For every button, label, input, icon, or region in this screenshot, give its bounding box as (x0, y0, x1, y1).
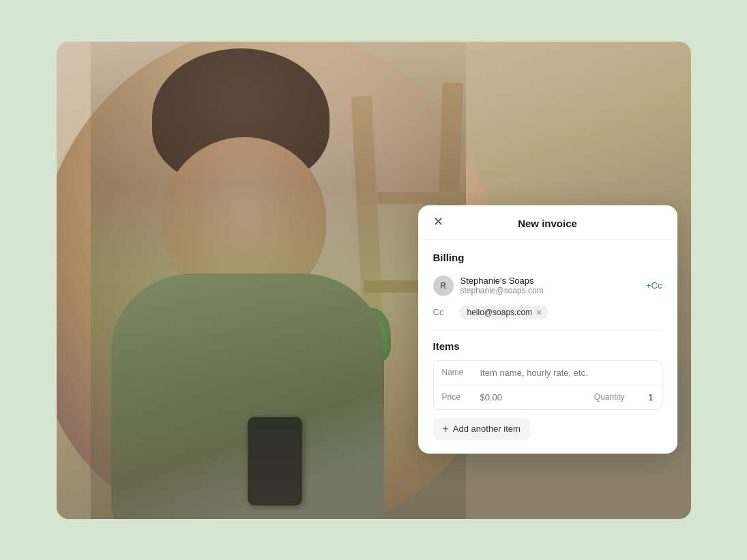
modal-body: Billing R Stephanie's Soaps stephanie@so… (418, 239, 677, 454)
cc-email-value: hello@soaps.com (467, 308, 533, 317)
avatar-letter: R (440, 281, 446, 291)
items-table: Name Price Quantity (433, 360, 662, 410)
add-another-item-button[interactable]: + Add another item (433, 418, 530, 440)
close-icon: ✕ (433, 216, 443, 228)
modal-title: New invoice (518, 218, 577, 229)
contact-info: Stephanie's Soaps stephanie@soaps.com (460, 276, 647, 295)
contact-email: stephanie@soaps.com (460, 286, 647, 295)
shelf-vertical-left (351, 95, 383, 314)
item-price-row: Price Quantity (434, 385, 662, 409)
add-item-plus-icon: + (443, 424, 449, 434)
quantity-label: Quantity (594, 392, 625, 402)
name-col-label: Name (442, 368, 472, 377)
shelf-horizontal-top (377, 192, 466, 204)
cc-email-tag: hello@soaps.com × (459, 306, 549, 319)
cc-tag-remove-button[interactable]: × (536, 308, 542, 317)
price-col-label: Price (442, 392, 472, 402)
avatar: R (433, 276, 454, 296)
item-name-input[interactable] (480, 368, 654, 378)
add-cc-button[interactable]: +Cc (646, 280, 662, 291)
close-button[interactable]: ✕ (430, 213, 447, 230)
contact-name: Stephanie's Soaps (460, 276, 647, 286)
items-label: Items (433, 340, 662, 352)
item-quantity-input[interactable] (633, 392, 654, 402)
person-phone (248, 417, 302, 505)
billing-label: Billing (433, 252, 662, 263)
person-hair (152, 48, 329, 185)
outer-frame: ✕ New invoice Billing R Stephanie's Soap… (57, 42, 691, 519)
item-name-row: Name (434, 361, 662, 385)
billing-contact-row: R Stephanie's Soaps stephanie@soaps.com … (433, 273, 662, 299)
add-item-label: Add another item (453, 424, 521, 434)
section-divider (433, 330, 662, 331)
person-face (162, 137, 326, 301)
cc-row: Cc hello@soaps.com × (433, 306, 662, 319)
cc-label: Cc (433, 307, 452, 317)
plant (350, 308, 391, 362)
person-body (111, 274, 384, 519)
item-price-input[interactable] (480, 392, 528, 402)
new-invoice-modal: ✕ New invoice Billing R Stephanie's Soap… (418, 205, 677, 454)
modal-header: ✕ New invoice (418, 205, 677, 239)
